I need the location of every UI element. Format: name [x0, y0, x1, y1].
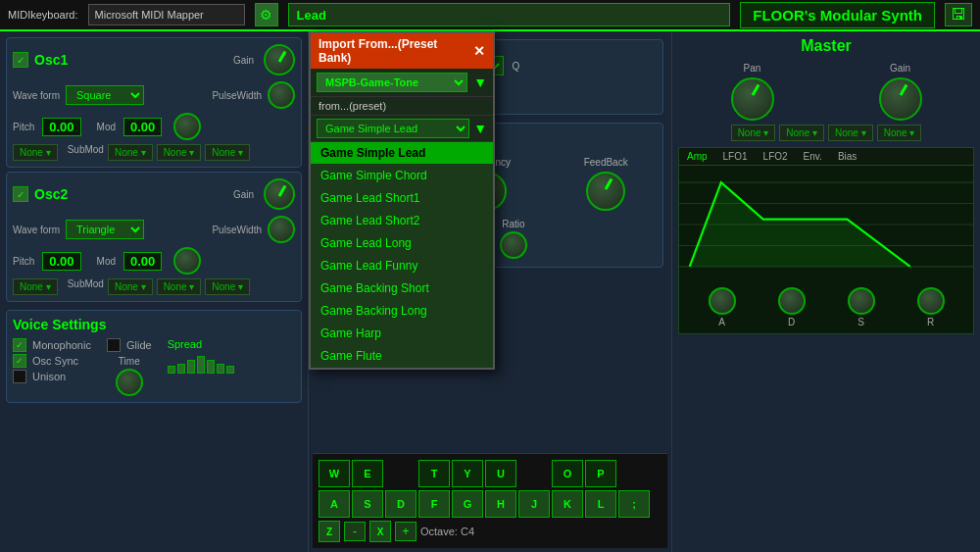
osc1-waveform-select[interactable]: Square — [66, 85, 144, 105]
adsr-d-knob[interactable] — [778, 287, 806, 315]
glide-time-knob[interactable] — [116, 369, 143, 396]
octave-label: Octave: C4 — [420, 526, 474, 537]
osc1-gain-knob[interactable] — [264, 44, 295, 75]
q-label: Q — [512, 61, 519, 72]
osc1-pulsewidth-knob[interactable] — [268, 81, 295, 109]
key-y[interactable]: Y — [452, 460, 483, 487]
adsr-row: A D S R — [679, 283, 973, 333]
key-l[interactable]: L — [585, 490, 616, 518]
from-preset-label: from...(preset) — [311, 97, 493, 116]
key-h[interactable]: H — [485, 490, 516, 518]
dropdown-item[interactable]: Game Backing Short — [311, 277, 493, 300]
osc1-none-btn3[interactable]: None ▾ — [157, 144, 202, 161]
osc2-pitch-value: 0.00 — [42, 252, 80, 271]
dropdown-item[interactable]: Game Lead Short2 — [311, 210, 493, 232]
dropdown-item[interactable]: Game Backing Long — [311, 300, 493, 323]
spread-section: Spread — [168, 338, 234, 396]
keyboard-bottom: Z - X + Octave: C4 — [318, 521, 662, 542]
adsr-a-knob[interactable] — [709, 287, 736, 315]
tab-bias[interactable]: Bias — [838, 151, 857, 162]
key-u[interactable]: U — [485, 460, 516, 487]
osc1-none-btn4[interactable]: None ▾ — [205, 144, 250, 161]
master-gain-knob[interactable] — [879, 77, 922, 121]
tab-lfo1[interactable]: LFO1 — [723, 151, 748, 162]
dropdown-item[interactable]: Game Simple Chord — [311, 165, 493, 187]
preset-display: Lead — [288, 3, 731, 26]
app-title: FLOOR's Modular Synth — [740, 2, 935, 28]
osc2-none-btn1[interactable]: None ▾ — [13, 278, 58, 295]
key-j[interactable]: J — [518, 490, 550, 518]
dropdown-header: Import From...(Preset Bank) ✕ — [311, 33, 493, 69]
osc2-none-btn2[interactable]: None ▾ — [108, 278, 153, 295]
osc1-none-btn2[interactable]: None ▾ — [108, 144, 153, 161]
master-gain-label: Gain — [890, 63, 910, 74]
preset-select[interactable]: Game Simple Lead — [317, 119, 469, 138]
octave-up-button[interactable]: + — [395, 522, 416, 541]
osc2-none-btn3[interactable]: None ▾ — [157, 278, 202, 295]
osc2-mod-knob[interactable] — [173, 247, 201, 275]
master-none-btn2[interactable]: None ▾ — [779, 125, 824, 141]
key-s[interactable]: S — [352, 490, 383, 518]
tab-lfo2[interactable]: LFO2 — [763, 151, 788, 162]
osc2-gain-knob[interactable] — [264, 178, 295, 210]
key-t[interactable]: T — [418, 460, 450, 487]
osc2-pitch-label: Pitch — [13, 256, 34, 267]
chorus-feedback-col: FeedBack — [584, 157, 628, 211]
chorus-ratio-knob[interactable] — [500, 231, 527, 259]
chorus-feedback-knob[interactable] — [586, 172, 625, 211]
monophonic-checkbox[interactable]: ✓ — [13, 338, 26, 352]
octave-down-button[interactable]: - — [344, 522, 366, 541]
master-none-row: None ▾ None ▾ None ▾ None ▾ — [678, 125, 974, 141]
bank-select[interactable]: MSPB-Game-Tone — [317, 73, 467, 92]
key-o[interactable]: O — [552, 460, 583, 487]
tab-amp[interactable]: Amp — [687, 151, 708, 162]
adsr-s-knob[interactable] — [848, 287, 875, 315]
dropdown-item[interactable]: Game Simple Lead — [311, 142, 493, 165]
preset-arrow[interactable]: ▼ — [473, 121, 487, 136]
save-button[interactable]: 🖫 — [945, 3, 972, 26]
adsr-d-col: D — [778, 287, 806, 327]
key-x[interactable]: X — [369, 521, 391, 542]
osc-sync-checkbox[interactable]: ✓ — [13, 354, 26, 368]
dropdown-item[interactable]: Game Lead Funny — [311, 255, 493, 277]
adsr-d-label: D — [788, 317, 795, 327]
bank-arrow[interactable]: ▼ — [473, 75, 487, 90]
midi-device-input[interactable] — [88, 4, 245, 25]
master-none-btn1[interactable]: None ▾ — [731, 125, 776, 141]
glide-checkbox[interactable] — [107, 338, 121, 352]
dropdown-item[interactable]: Game Harp — [311, 323, 493, 345]
key-a[interactable]: A — [318, 490, 350, 518]
dropdown-close-icon[interactable]: ✕ — [473, 43, 485, 59]
glide-label: Glide — [126, 339, 152, 351]
key-d[interactable]: D — [385, 490, 416, 518]
glide-row: Glide — [107, 338, 152, 352]
osc2-none-btn4[interactable]: None ▾ — [205, 278, 250, 295]
dropdown-item[interactable]: Game Lead Short1 — [311, 187, 493, 210]
dropdown-item[interactable]: Game Flute — [311, 345, 493, 368]
adsr-r-knob[interactable] — [917, 287, 945, 315]
tab-env[interactable]: Env. — [804, 151, 822, 162]
key-e[interactable]: E — [352, 460, 383, 487]
osc1-mod-knob[interactable] — [173, 113, 201, 140]
dropdown-item[interactable]: Game Lead Long — [311, 232, 493, 255]
osc1-none-btn1[interactable]: None ▾ — [13, 144, 58, 161]
master-knobs-row: Pan Gain — [678, 63, 974, 121]
key-g[interactable]: G — [452, 490, 483, 518]
osc2-waveform-select[interactable]: Triangle — [66, 220, 144, 239]
osc2-pulsewidth-knob[interactable] — [268, 216, 295, 243]
key-p[interactable]: P — [585, 460, 616, 487]
key-f[interactable]: F — [418, 490, 450, 518]
master-none-btn3[interactable]: None ▾ — [828, 125, 873, 141]
osc2-enable-checkbox[interactable]: ✓ — [13, 186, 28, 202]
key-semicolon[interactable]: ; — [618, 490, 650, 518]
unison-checkbox[interactable] — [13, 370, 26, 383]
key-w[interactable]: W — [318, 460, 350, 487]
spread-bar — [207, 360, 215, 374]
master-pan-knob[interactable] — [731, 77, 774, 121]
key-k[interactable]: K — [552, 490, 583, 518]
osc1-enable-checkbox[interactable]: ✓ — [13, 52, 28, 68]
osc-sync-label: Osc Sync — [32, 355, 78, 367]
key-z[interactable]: Z — [318, 521, 340, 542]
gear-button[interactable]: ⚙ — [255, 3, 278, 26]
master-none-btn4[interactable]: None ▾ — [877, 125, 922, 141]
